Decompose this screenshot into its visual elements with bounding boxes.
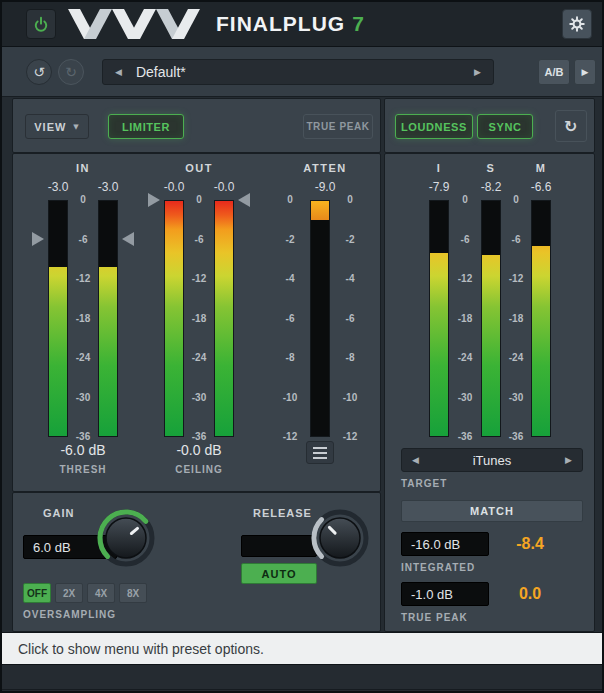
scale-tick: -4	[286, 274, 295, 284]
ceiling-readout[interactable]: -0.0 dB	[149, 442, 249, 458]
scale-tick: -18	[509, 314, 523, 324]
sync-toggle[interactable]: SYNC	[477, 114, 533, 139]
atten-peak: -9.0	[295, 180, 355, 194]
gain-knob-graphic	[95, 507, 157, 569]
ab-compare-button[interactable]: A/B	[538, 59, 570, 85]
scale-tick: -30	[76, 393, 90, 403]
preset-name: Default*	[136, 64, 186, 80]
scale-tick: -6	[346, 314, 355, 324]
atten-scale-right: 0-2-4-6-8-10-12	[337, 195, 363, 442]
loudness-toggle[interactable]: LOUDNESS	[395, 114, 473, 139]
scale-tick: 0	[287, 195, 293, 205]
atten-fill	[311, 201, 329, 220]
refresh-icon: ↻	[564, 117, 578, 136]
plugin-window: FINALPLUG 7 ↺ ↻ ◀ Default* ▶ A/B ▶	[0, 0, 604, 693]
release-knob[interactable]	[309, 507, 371, 569]
preset-prev-icon[interactable]: ◀	[115, 67, 122, 77]
ceiling-handle-left[interactable]	[148, 193, 160, 207]
plugin-title: FINALPLUG 7	[216, 2, 365, 46]
match-button[interactable]: MATCH	[401, 500, 583, 522]
redo-button[interactable]: ↻	[58, 59, 84, 85]
preset-next-icon[interactable]: ▶	[474, 67, 481, 77]
integrated-meter	[429, 200, 449, 437]
scale-tick: -10	[283, 393, 297, 403]
preset-dropdown[interactable]: ◀ Default* ▶	[102, 59, 494, 85]
redo-icon: ↻	[65, 64, 77, 80]
status-bar: Click to show menu with preset options.	[2, 632, 602, 664]
target-dropdown[interactable]: ◀ iTunes ▶	[401, 448, 583, 472]
ceiling-handle-right[interactable]	[238, 193, 250, 207]
true-peak-label: TRUE PEAK	[401, 612, 468, 623]
toolbar-left-panel: VIEW ▼ LIMITER TRUE PEAK	[12, 98, 381, 153]
preset-bar: ↺ ↻ ◀ Default* ▶ A/B ▶	[2, 46, 602, 97]
scale-tick: 0	[462, 195, 468, 205]
scale-tick: -12	[192, 274, 206, 284]
preset-menu-button[interactable]: ▶	[574, 59, 596, 85]
meter-menu-button[interactable]	[306, 441, 334, 464]
shortterm-meter	[481, 200, 501, 437]
release-label: RELEASE	[253, 507, 312, 519]
scale-tick: -30	[192, 393, 206, 403]
oversampling-8x-button[interactable]: 8X	[119, 583, 147, 603]
limiter-toggle[interactable]: LIMITER	[108, 114, 184, 139]
gain-knob[interactable]	[95, 507, 157, 569]
momentary-peak: -6.6	[521, 180, 561, 194]
chevron-down-icon: ▼	[73, 123, 79, 131]
out-peak-left: -0.0	[154, 180, 194, 194]
integrated-current-value: -8.4	[495, 535, 565, 553]
scale-tick: 0	[513, 195, 519, 205]
header: FINALPLUG 7	[2, 2, 602, 46]
oversampling-4x-button[interactable]: 4X	[87, 583, 115, 603]
atten-meter	[310, 200, 330, 437]
scale-tick: -12	[76, 274, 90, 284]
oversampling-2x-button[interactable]: 2X	[55, 583, 83, 603]
scale-tick: -6	[286, 314, 295, 324]
meters-panel: IN -3.0 -3.0 0-6-12-18-24-30-36 -6.0 dB …	[12, 153, 381, 492]
scale-tick: -30	[509, 393, 523, 403]
scale-tick: -12	[458, 274, 472, 284]
settings-button[interactable]	[562, 9, 592, 39]
target-prev-icon[interactable]: ◀	[412, 455, 419, 465]
integrated-target-field[interactable]: -16.0 dB	[401, 532, 489, 556]
threshold-handle-right[interactable]	[122, 232, 134, 246]
loudness-scale-1: 0-6-12-18-24-30-36	[452, 195, 478, 442]
scale-tick: -24	[509, 353, 523, 363]
target-next-icon[interactable]: ▶	[565, 455, 572, 465]
true-peak-target-field[interactable]: -1.0 dB	[401, 582, 489, 606]
scale-tick: 0	[80, 195, 86, 205]
scale-tick: -36	[509, 432, 523, 442]
scale-tick: -18	[76, 314, 90, 324]
bottom-bar	[2, 664, 602, 691]
integrated-meter-label: I	[419, 162, 459, 174]
threshold-handle-left[interactable]	[32, 232, 44, 246]
resync-button[interactable]: ↻	[555, 110, 587, 142]
scale-tick: -6	[461, 235, 470, 245]
bottom-divider	[2, 689, 602, 690]
meter-unlit	[49, 201, 67, 267]
scale-tick: 0	[347, 195, 353, 205]
power-icon	[32, 15, 50, 33]
true-peak-toggle[interactable]: TRUE PEAK	[303, 114, 373, 139]
in-meter-right	[98, 200, 118, 437]
out-meter-scale: 0-6-12-18-24-30-36	[186, 195, 212, 442]
in-meter-scale: 0-6-12-18-24-30-36	[70, 195, 96, 442]
power-button[interactable]	[26, 9, 56, 39]
view-dropdown[interactable]: VIEW ▼	[25, 114, 89, 139]
target-value: iTunes	[419, 453, 565, 468]
gain-label: GAIN	[43, 507, 75, 519]
oversampling-label: OVERSAMPLING	[23, 609, 116, 620]
scale-tick: -2	[286, 235, 295, 245]
view-label: VIEW	[34, 121, 66, 133]
scale-tick: -18	[458, 314, 472, 324]
gear-icon	[568, 15, 586, 33]
release-value-field[interactable]	[241, 535, 317, 557]
loudness-scale-2: 0-6-12-18-24-30-36	[503, 195, 529, 442]
scale-tick: -6	[512, 235, 521, 245]
oversampling-off-button[interactable]: OFF	[23, 583, 51, 603]
shortterm-peak: -8.2	[471, 180, 511, 194]
threshold-readout[interactable]: -6.0 dB	[33, 442, 133, 458]
plugin-version: 7	[352, 12, 365, 36]
undo-button[interactable]: ↺	[26, 59, 52, 85]
release-auto-toggle[interactable]: AUTO	[241, 563, 317, 584]
scale-tick: -24	[458, 353, 472, 363]
